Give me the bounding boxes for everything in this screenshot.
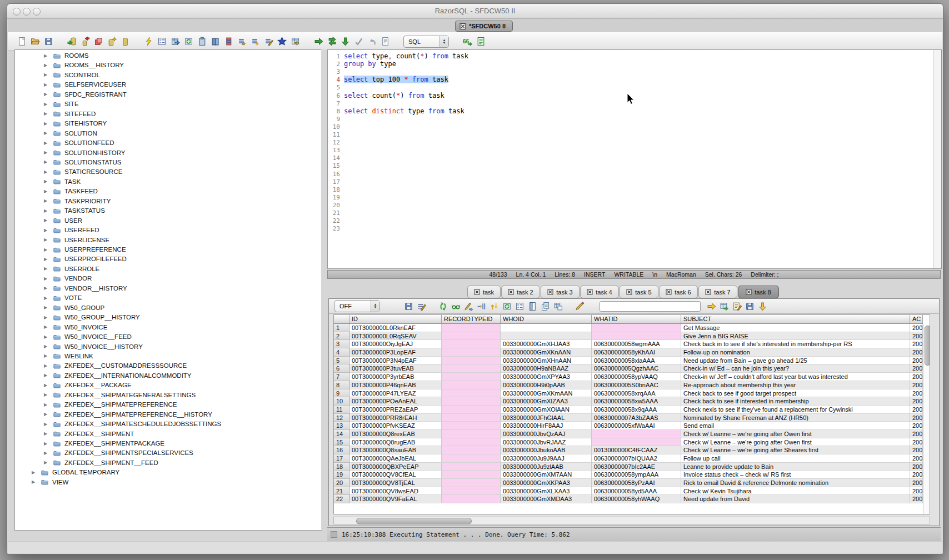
undo-dim-icon[interactable] [367, 37, 377, 47]
expand-arrow-icon[interactable]: ▶ [44, 247, 49, 252]
table-export-icon[interactable] [170, 37, 180, 47]
editor-line-1[interactable]: 1select type, count(*) from task [328, 52, 941, 60]
table-arrow-icon[interactable] [290, 37, 300, 47]
expand-arrow-icon[interactable]: ▶ [44, 102, 49, 107]
expand-arrow-icon[interactable]: ▶ [44, 257, 49, 262]
expand-arrow-icon[interactable]: ▶ [44, 392, 49, 397]
grid-cell[interactable]: 00T3000000P3tuvEAB [349, 364, 442, 373]
grid-cell[interactable]: Nominated by Shane Freeman at ANZ (HR50) [681, 414, 910, 422]
expand-arrow-icon[interactable]: ▶ [44, 111, 49, 116]
grid-cell[interactable] [501, 324, 592, 332]
close-tab-icon[interactable] [547, 289, 553, 295]
tree-item-userrole[interactable]: ▶USERROLE [44, 264, 99, 273]
statement-type-select-stepper-icon[interactable]: ▲▼ [439, 36, 448, 47]
table-row[interactable]: 1300T3000000PfvKSEAZ0033000000HirF8AAJ00… [334, 422, 930, 430]
grid-cell[interactable]: 200 [910, 430, 923, 438]
grid-cell[interactable]: 200 [910, 348, 923, 357]
close-tab-icon[interactable] [587, 289, 593, 295]
editor-scrollbar[interactable] [933, 50, 941, 268]
table-row[interactable]: 1400T3000000Q8rexEAB0033000000JbvQzAAJCh… [334, 430, 930, 438]
grid-cell[interactable]: 006300000058yhWAAQ [592, 495, 681, 503]
grid-cell[interactable]: 200 [910, 479, 923, 487]
grid-cell[interactable]: 200 [910, 381, 923, 389]
grid-cell[interactable]: Get Massage [681, 324, 910, 332]
grid-cell[interactable]: 200 [910, 454, 923, 463]
expand-arrow-icon[interactable]: ▶ [44, 150, 49, 155]
tree-item-task[interactable]: ▶TASK [44, 177, 81, 186]
grid-cell[interactable]: 006300000058xlaAAA [592, 357, 681, 365]
grid-cell[interactable]: Check back to see if good target prospec… [681, 389, 910, 398]
tree-item-vendor[interactable]: ▶VENDOR [44, 274, 92, 283]
grid-cell[interactable]: Follow up call [681, 454, 910, 463]
editor-line-15[interactable]: 15 [328, 162, 941, 169]
grid-cell[interactable]: 006300000058x9qAAA [592, 406, 681, 414]
editor-line-21[interactable]: 21 [328, 209, 941, 217]
grid-cell[interactable]: Invoice status check – check w/ RS first [681, 471, 910, 479]
grid-cell[interactable]: 00T3000000L0RknEAF [349, 324, 442, 332]
grid-cell[interactable] [442, 463, 501, 471]
table-row[interactable]: 1900T3000000QV8CfEAL0033000000GmXM7AAN00… [334, 471, 930, 479]
grid-cell[interactable]: 00T3000000QAeJbEAL [349, 454, 442, 463]
tree-item-rooms__history[interactable]: ▶ROOMS__HISTORY [44, 61, 124, 70]
tree-item-w50_invoice[interactable]: ▶W50_INVOICE [44, 322, 107, 332]
grid-cell[interactable]: 00T3000000PREZaEAP [349, 406, 442, 414]
editor-line-3[interactable]: 3 [328, 68, 941, 76]
expand-arrow-icon[interactable]: ▶ [44, 82, 49, 87]
title-bar[interactable]: RazorSQL - SFDCW50 II [7, 4, 943, 19]
editor-line-5[interactable]: 5 [328, 83, 941, 91]
arrow-down-green-icon[interactable] [340, 37, 350, 47]
grid-cell[interactable] [442, 487, 501, 496]
grid-cell[interactable]: 00T3000000PRR8rEAH [349, 414, 442, 422]
grid-cell[interactable] [592, 324, 681, 332]
editor-line-16[interactable]: 16 [328, 170, 941, 178]
grid-cell[interactable]: Re-approach about membership this year [681, 381, 910, 389]
database-object-tree[interactable]: ▶ROOMS▶ROOMS__HISTORY▶SCONTROL▶SELFSERVI… [14, 49, 322, 531]
tree-item-weblink[interactable]: ▶WEBLINK [44, 351, 93, 361]
tree-item-w50_invoice__history[interactable]: ▶W50_INVOICE__HISTORY [44, 342, 143, 351]
editor-line-19[interactable]: 19 [328, 193, 941, 201]
lines-plus-icon[interactable] [250, 37, 260, 47]
tree-item-scontrol[interactable]: ▶SCONTROL [44, 70, 100, 79]
grid-cell[interactable]: 0033000000JbvRJAAZ [501, 438, 592, 447]
table-row[interactable]: 900T3000000P47LYEAZ0033000000GmXKmAAN006… [334, 389, 930, 398]
grid-cell[interactable]: 00T3000000Q8rugEAB [349, 438, 442, 447]
doc-log-icon[interactable] [380, 37, 390, 47]
tree-item-zkfedex__shipment[interactable]: ▶ZKFEDEX__SHIPMENT [44, 429, 134, 438]
grid-cell[interactable]: 0033000000GmXKmAAN [501, 389, 592, 398]
editor-line-23[interactable]: 23 [328, 224, 941, 232]
grid-cell[interactable]: 00630000005xfWaAAI [592, 422, 681, 430]
grid-cell[interactable]: 200 [910, 463, 923, 471]
table-row[interactable]: 2000T3000000QV8TjEAL0033000000GmXKPAA300… [334, 479, 930, 487]
grid-cell[interactable] [442, 389, 501, 398]
grid-cell[interactable]: 00T3000000P46qnEAB [349, 381, 442, 389]
expand-arrow-icon[interactable]: ▶ [44, 189, 49, 194]
grid-cell[interactable]: Need update from Bain – gave go ahead 1/… [681, 357, 910, 365]
grid-cell[interactable] [442, 446, 501, 454]
expand-arrow-icon[interactable]: ▶ [44, 169, 49, 174]
expand-arrow-icon[interactable]: ▶ [44, 402, 49, 407]
grid-cell[interactable] [442, 332, 501, 341]
column-header-whoid[interactable]: WHOID [501, 315, 592, 324]
grid-cell[interactable]: 0013000000C4fFCAAZ [592, 446, 681, 454]
db-connect-icon[interactable] [67, 37, 77, 47]
grid-cell[interactable]: 00T3000000Q8sauEAB [349, 446, 442, 454]
expand-arrow-icon[interactable]: ▶ [44, 159, 49, 164]
tree-item-vote[interactable]: ▶VOTE [44, 293, 82, 303]
grid-cell[interactable]: 0033000000JbukoAAB [501, 446, 592, 454]
tree-item-userpreference[interactable]: ▶USERPREFERENCE [44, 245, 126, 254]
grid-cell[interactable]: 00630000007bIc2AAE [592, 463, 681, 471]
expand-arrow-icon[interactable]: ▶ [44, 451, 49, 456]
editor-line-11[interactable]: 11 [328, 131, 941, 138]
table-refresh2-icon[interactable] [183, 37, 193, 47]
open-folder-icon[interactable] [30, 37, 40, 47]
table-go-icon[interactable] [719, 301, 729, 311]
table-row[interactable]: 1600T3000000Q8sauEAB0033000000JbukoAAB00… [334, 446, 930, 454]
tree-item-view[interactable]: ▶VIEW [32, 477, 68, 487]
tree-item-sfdc_registrant[interactable]: ▶SFDC_REGISTRANT [44, 89, 127, 99]
result-tab-task-3[interactable]: task 3 [541, 286, 580, 298]
grid-cell[interactable]: 200 [910, 495, 923, 503]
editor-line-14[interactable]: 14 [328, 154, 941, 162]
grid-cell[interactable]: 200 [910, 357, 923, 365]
grid-cell[interactable]: 0033000000GmXKPAA3 [501, 479, 592, 487]
grid-cell[interactable]: 0033000000GmXLXAA3 [501, 487, 592, 496]
